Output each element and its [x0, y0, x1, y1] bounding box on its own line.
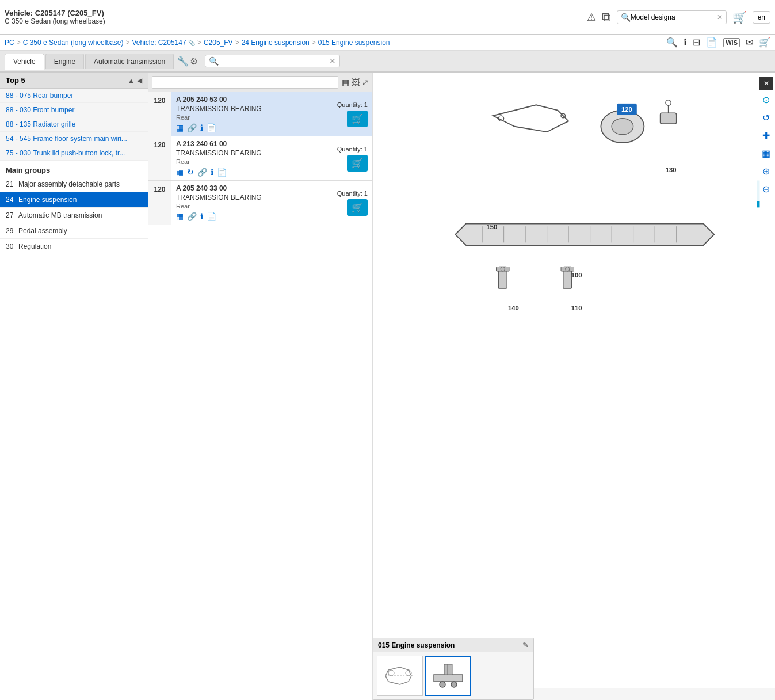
top5-item-4[interactable]: 54 - 545 Frame floor system main wiri... — [0, 132, 148, 146]
add-to-cart-btn-3[interactable]: 🛒 — [347, 199, 368, 216]
cart-button[interactable]: 🛒 — [732, 10, 747, 24]
group-num-24: 24 — [6, 196, 18, 204]
diagram-tools: ✕ ⊙ ↺ ✚ ▦ ⊕ ⊖ — [757, 73, 775, 201]
top5-collapse-icons: ▲ ◀ — [128, 77, 142, 85]
diagram-history-tool[interactable]: ↺ — [759, 110, 773, 125]
top5-collapse-in[interactable]: ◀ — [137, 77, 142, 85]
part-link-icon-3[interactable]: 🔗 — [187, 212, 197, 221]
sidebar-top5: Top 5 ▲ ◀ 88 - 075 Rear bumper 88 - 030 … — [0, 73, 148, 161]
top5-item-2[interactable]: 88 - 030 Front bumper — [0, 103, 148, 117]
svg-rect-21 — [561, 267, 574, 272]
part-pos-1: 120 — [148, 92, 171, 136]
part-name-2: TRANSMISSION BEARING — [176, 149, 328, 157]
breadcrumb-015-engine-suspension[interactable]: 015 Engine suspension — [318, 39, 390, 47]
breadcrumb-24-engine-suspension[interactable]: 24 Engine suspension — [242, 39, 310, 47]
part-link-icon-2[interactable]: 🔗 — [197, 168, 207, 177]
top5-collapse-up[interactable]: ▲ — [128, 77, 135, 85]
part-action-1: Quantity: 1 🛒 — [333, 92, 372, 136]
group-item-30[interactable]: 30 Regulation — [0, 239, 148, 254]
cart-breadcrumb-icon[interactable]: 🛒 — [759, 37, 770, 48]
tab-vehicle[interactable]: Vehicle — [5, 54, 44, 70]
tab-search-input[interactable] — [222, 55, 326, 67]
part-name-1: TRANSMISSION BEARING — [176, 105, 328, 113]
group-label-29: Pedal assembly — [18, 227, 142, 235]
expand-view-icon[interactable]: ⤢ — [362, 78, 369, 87]
breadcrumb-vehicle-type[interactable]: C 350 e Sedan (long wheelbase) — [23, 39, 124, 47]
doc-icon[interactable]: 📄 — [706, 37, 717, 48]
group-item-24[interactable]: 24 Engine suspension — [0, 192, 148, 208]
top5-item-5[interactable]: 75 - 030 Trunk lid push-button lock, tr.… — [0, 146, 148, 161]
image-view-icon[interactable]: 🖼 — [352, 78, 360, 87]
top5-item-3[interactable]: 88 - 135 Radiator grille — [0, 117, 148, 132]
part-link-icon-1[interactable]: 🔗 — [187, 123, 197, 132]
group-item-21[interactable]: 21 Major assembly detachable parts — [0, 177, 148, 192]
svg-rect-34 — [434, 675, 463, 682]
part-info-icon-3[interactable]: ℹ — [200, 212, 203, 221]
tab-search-clear[interactable]: ✕ — [326, 55, 339, 67]
part-info-icon-2[interactable]: ℹ — [211, 168, 213, 177]
tab-automatic-transmission[interactable]: Automatic transmission — [85, 54, 174, 69]
search-icon[interactable]: 🔍 — [621, 13, 631, 22]
wis-icon[interactable]: WIS — [723, 38, 740, 47]
group-label-24: Engine suspension — [18, 196, 142, 204]
tab-engine[interactable]: Engine — [45, 54, 84, 69]
center-search-input[interactable] — [152, 76, 338, 89]
svg-text:130: 130 — [666, 166, 677, 173]
center-toolbar: ▦ 🖼 ⤢ — [148, 73, 372, 92]
center-view-icons: ▦ 🖼 ⤢ — [342, 78, 369, 87]
lang-button[interactable]: en — [753, 11, 770, 24]
add-to-cart-btn-2[interactable]: 🛒 — [347, 155, 368, 172]
breadcrumb-c205fv[interactable]: C205_FV — [204, 39, 233, 47]
diagram-circle-tool[interactable]: ⊙ — [759, 92, 773, 108]
diagram-svg: 120 150 130 100 140 110 — [373, 73, 775, 332]
diagram-grid-tool[interactable]: ▦ — [759, 146, 773, 161]
zoom-icon[interactable]: 🔍 — [666, 37, 678, 48]
diagram-zoom-out-tool[interactable]: ⊖ — [759, 181, 773, 197]
mail-icon[interactable]: ✉ — [746, 37, 753, 48]
diagram-crosshair-tool[interactable]: ✚ — [759, 128, 773, 143]
part-doc-icon-2[interactable]: 📄 — [217, 168, 227, 177]
part-icons-row-1: ▦ 🔗 ℹ 📄 — [176, 123, 328, 132]
thumbnail-1[interactable] — [377, 656, 423, 696]
svg-text:150: 150 — [487, 223, 498, 230]
top5-item-1[interactable]: 88 - 075 Rear bumper — [0, 89, 148, 103]
bottom-panel-edit-icon[interactable]: ✎ — [522, 641, 529, 649]
warning-icon[interactable]: ⚠ — [587, 11, 596, 24]
part-grid-icon-2[interactable]: ▦ — [176, 168, 184, 177]
tab-extra-icon-1[interactable]: 🔧 — [177, 56, 189, 67]
model-search-input[interactable] — [631, 13, 717, 21]
svg-rect-36 — [448, 664, 452, 675]
tab-bar: Vehicle Engine Automatic transmission 🔧 … — [0, 51, 775, 73]
info-icon[interactable]: ℹ — [684, 37, 687, 48]
part-grid-icon-1[interactable]: ▦ — [176, 123, 184, 132]
part-icons-row-2: ▦ ↻ 🔗 ℹ 📄 — [176, 168, 328, 177]
group-num-21: 21 — [6, 180, 18, 188]
part-doc-icon-3[interactable]: 📄 — [207, 212, 216, 221]
group-item-27[interactable]: 27 Automatic MB transmission — [0, 208, 148, 223]
svg-point-31 — [388, 670, 394, 676]
breadcrumb-vehicle-id[interactable]: Vehicle: C205147 📎 — [132, 39, 195, 47]
list-view-icon[interactable]: ▦ — [342, 78, 349, 87]
part-info-icon-1[interactable]: ℹ — [200, 123, 203, 132]
part-doc-icon-1[interactable]: 📄 — [207, 123, 216, 132]
tab-search: 🔍 ✕ — [205, 55, 340, 67]
close-panel-btn[interactable]: ✕ — [759, 77, 773, 90]
thumbnails-row — [373, 652, 533, 699]
part-details-1: A 205 240 53 00 TRANSMISSION BEARING Rea… — [171, 92, 333, 136]
filter-icon[interactable]: ⊟ — [693, 37, 700, 48]
group-item-29[interactable]: 29 Pedal assembly — [0, 223, 148, 239]
group-num-30: 30 — [6, 242, 18, 250]
diagram-zoom-in-tool[interactable]: ⊕ — [759, 163, 773, 179]
top-bar: Vehicle: C205147 (C205_FV) C 350 e Sedan… — [0, 0, 775, 35]
breadcrumb-pc[interactable]: PC — [5, 39, 14, 47]
part-details-2: A 213 240 61 00 TRANSMISSION BEARING Rea… — [171, 136, 333, 180]
part-refresh-icon-2[interactable]: ↻ — [187, 168, 194, 177]
svg-rect-18 — [497, 267, 510, 272]
clear-search-icon[interactable]: ✕ — [717, 13, 723, 21]
add-to-cart-btn-1[interactable]: 🛒 — [347, 111, 368, 127]
thumbnail-2[interactable] — [425, 656, 471, 696]
tab-search-icon[interactable]: 🔍 — [205, 55, 222, 67]
tab-extra-icon-2[interactable]: ⚙ — [190, 56, 198, 67]
part-grid-icon-3[interactable]: ▦ — [176, 212, 184, 221]
copy-icon[interactable]: ⧉ — [602, 10, 611, 25]
